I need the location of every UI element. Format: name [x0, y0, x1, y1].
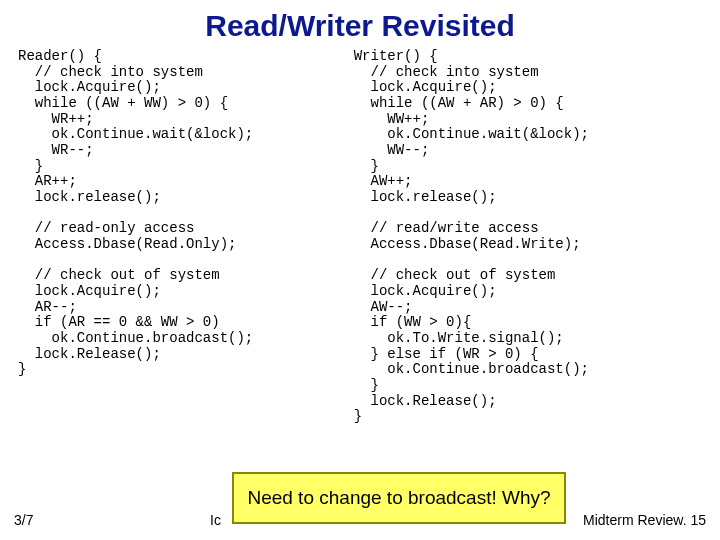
code-columns: Reader() { // check into system lock.Acq… [0, 49, 720, 425]
reader-code-block: Reader() { // check into system lock.Acq… [18, 49, 350, 425]
footer-date: 3/7 [14, 512, 33, 528]
writer-code-block: Writer() { // check into system lock.Acq… [354, 49, 702, 425]
highlight-callout: Need to change to broadcast! Why? [232, 472, 566, 524]
footer-page: Midterm Review. 15 [583, 512, 706, 528]
slide-title: Read/Writer Revisited [0, 0, 720, 49]
footer-mid-fragment: Ic [210, 512, 221, 528]
callout-text: Need to change to broadcast! Why? [247, 487, 550, 509]
